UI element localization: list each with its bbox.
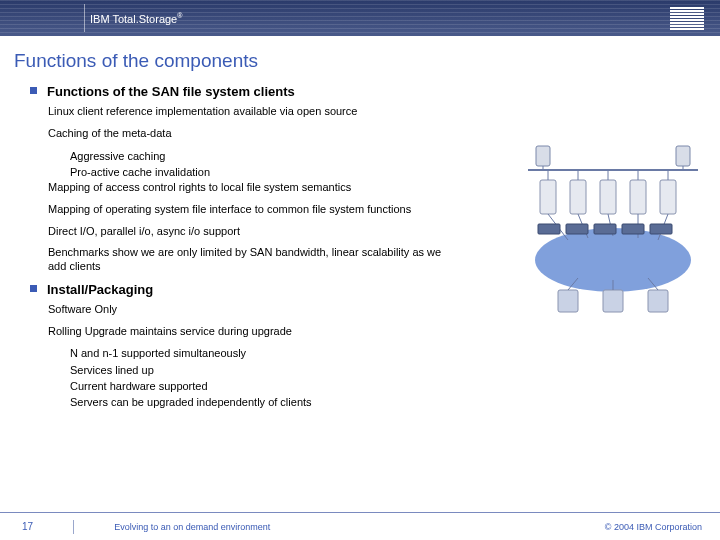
list-subitem: Pro-active cache invalidation [70,165,458,179]
header-bar: IBM Total.Storage® [0,0,720,36]
bullet-square-icon [30,87,37,94]
section-2-body: Software Only Rolling Upgrade maintains … [48,303,458,410]
list-item: Mapping of access control rights to loca… [48,181,458,195]
footer-tagline: Evolving to an on demand environment [114,522,270,532]
list-item: Software Only [48,303,458,317]
brand-text: IBM Total.Storage® [90,12,182,25]
svg-rect-23 [594,224,616,234]
list-subitem: Aggressive caching [70,149,458,163]
list-subitem: Servers can be upgraded independently of… [70,395,458,409]
svg-rect-28 [648,290,668,312]
san-architecture-diagram [518,140,708,330]
list-subitem: Services lined up [70,363,458,377]
list-item: Direct I/O, parallel i/o, async i/o supp… [48,225,458,239]
header-divider [84,4,85,32]
svg-rect-9 [660,180,676,214]
bullet-square-icon [30,285,37,292]
list-item: Rolling Upgrade maintains service during… [48,325,458,339]
list-item: Benchmarks show we are only limited by S… [48,246,458,274]
svg-rect-25 [650,224,672,234]
list-subitem: N and n-1 supported simultaneously [70,346,458,360]
section-1-header: Functions of the SAN file system clients [30,84,706,99]
ibm-logo-icon [670,7,704,30]
svg-rect-8 [630,180,646,214]
svg-rect-27 [603,290,623,312]
section-1-body: Linux client reference implementation av… [48,105,458,274]
section-2-title: Install/Packaging [47,282,153,297]
svg-rect-7 [600,180,616,214]
list-item: Mapping of operating system file interfa… [48,203,458,217]
svg-rect-22 [566,224,588,234]
svg-rect-2 [676,146,690,166]
section-1-title: Functions of the SAN file system clients [47,84,295,99]
content-area: Functions of the SAN file system clients… [0,84,720,410]
list-item: Linux client reference implementation av… [48,105,458,119]
page-number: 17 [22,521,33,532]
list-item: Caching of the meta-data [48,127,458,141]
svg-rect-1 [536,146,550,166]
footer-divider [73,520,74,534]
list-subitem: Current hardware supported [70,379,458,393]
svg-rect-24 [622,224,644,234]
slide-title: Functions of the components [0,36,720,80]
registered-mark: ® [177,12,182,19]
svg-rect-26 [558,290,578,312]
footer: 17 Evolving to an on demand environment … [0,512,720,540]
svg-rect-21 [538,224,560,234]
footer-copyright: © 2004 IBM Corporation [605,522,702,532]
svg-rect-5 [540,180,556,214]
svg-rect-6 [570,180,586,214]
brand-name: IBM Total.Storage [90,12,177,24]
